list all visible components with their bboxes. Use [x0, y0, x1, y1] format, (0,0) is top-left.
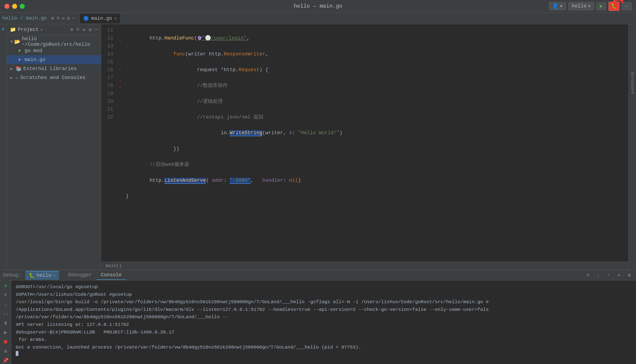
structure-panel-label[interactable]: Structure — [628, 69, 636, 96]
line-num-16: 16 — [101, 66, 113, 74]
sidebar-header: 📁 Project ▾ ⊕ ≡ ⇌ ⚙ — — [7, 24, 101, 36]
debug-tool-lines-icon[interactable]: ≡ — [584, 272, 591, 279]
console-resume-icon[interactable]: ▶ — [2, 329, 10, 336]
go-file-tab-icon: 🔵 — [83, 16, 89, 21]
debug-tool-x-icon[interactable]: ✕ — [615, 272, 622, 279]
structure-icon[interactable]: ≡ — [56, 16, 59, 21]
gutter-19 — [117, 72, 124, 78]
console-pause-icon[interactable]: ⏸ — [2, 320, 10, 326]
console-cursor-line[interactable] — [16, 351, 631, 356]
project-panel-icon[interactable]: P — [0, 26, 7, 33]
project-title: 📁 Project ▾ — [10, 27, 67, 33]
code-line-20: http.ListenAndServe( addr: ":8080", hand… — [124, 176, 628, 184]
navigate-icon[interactable]: ⊕ — [51, 15, 54, 21]
debug-toolbar: ≡ ↓ ↑ ✕ ⊞ — [584, 272, 633, 279]
console-stop-icon[interactable]: ⏹ — [2, 339, 10, 345]
console-pin-icon[interactable]: 📌 — [2, 357, 10, 364]
maximize-button[interactable] — [20, 4, 25, 9]
titlebar: hello — main.go 👤 ▾ hello ▾ ▶ 🐛 — [0, 0, 636, 12]
debug-tabbar: Debug: 🐛 hello ✕ Debugger Console ≡ — [0, 270, 636, 280]
hello-folder[interactable]: ▼ 📂 hello ~/Code/goRoot/src/hello — [7, 37, 101, 46]
main-go-tab[interactable]: 🔵 main.go ✕ — [80, 14, 120, 23]
line-num-14: 14 — [101, 50, 113, 58]
console-line-5: /private/var/folders/vw/8b40gy510ns561k2… — [16, 313, 631, 321]
go-mod-file[interactable]: ● go.mod — [7, 46, 101, 55]
code-editor: 11 12 13 14 15 16 17 18 19 20 21 22 — [101, 24, 628, 270]
run-config-dropdown-icon: ▾ — [588, 3, 591, 9]
user-icon: 👤 — [552, 3, 558, 9]
debugger-tab[interactable]: Debugger — [64, 271, 96, 280]
console-line-2: GOPATH=/Users/lishuo/Code/goRoot #gosetu… — [16, 291, 631, 298]
debug-button[interactable]: 🐛 — [608, 2, 619, 11]
debugger-tab-label: Debugger — [68, 272, 92, 278]
folder-arrow-icon: ▼ — [10, 40, 13, 44]
close-button[interactable] — [5, 4, 10, 9]
file-tree: ▼ 📂 hello ~/Code/goRoot/src/hello ● go.m… — [7, 36, 101, 270]
user-icon-button[interactable]: 👤 ▾ — [549, 2, 566, 10]
console-settings-icon[interactable]: ⚙ — [2, 348, 10, 354]
scratches-and-consoles[interactable]: ▶ ✏ Scratches and Consoles — [7, 73, 101, 82]
gutter-14 — [117, 44, 124, 50]
console-area: ↺ ≡ ↓ ↓↓ ⏸ ▶ ⏹ ⚙ 📌 GOROOT=/usr/local/go … — [0, 280, 636, 364]
sidebar-locate-icon[interactable]: ⊕ — [70, 27, 73, 33]
line-num-21: 21 — [101, 106, 113, 113]
gutter-21[interactable]: ⬦ — [117, 84, 124, 90]
code-content[interactable]: http.HandleFunc(🔮"⚪/user/login", func(wr… — [124, 24, 628, 262]
run-button[interactable]: ▶ — [596, 2, 606, 10]
console-tab[interactable]: Console — [96, 271, 126, 280]
debug-tab-close[interactable]: ✕ — [53, 273, 56, 278]
gutter-20[interactable]: ⬦ — [117, 78, 124, 84]
go-file-icon: ● — [18, 57, 21, 62]
gutter-18[interactable]: ⬦ — [117, 67, 124, 72]
run-config-label: hello — [572, 3, 586, 9]
line-num-13: 13 — [101, 42, 113, 50]
go-mod-label: go.mod — [25, 48, 42, 54]
project-sidebar: 📁 Project ▾ ⊕ ≡ ⇌ ⚙ — ▼ 📂 — [7, 24, 101, 270]
code-line-12: func(writer http.ResponseWriter, — [124, 50, 628, 58]
minimize-button[interactable] — [12, 4, 17, 9]
library-icon: 📚 — [16, 66, 22, 72]
external-libraries[interactable]: ▶ 📚 External Libraries — [7, 64, 101, 73]
run-config-button[interactable]: hello ▾ — [568, 2, 594, 10]
console-restart-icon[interactable]: ↺ — [2, 282, 10, 289]
sidebar-close-icon[interactable]: — — [95, 27, 98, 33]
debug-tool-up-icon[interactable]: ↑ — [605, 272, 612, 279]
line-num-19: 19 — [101, 90, 113, 98]
console-line-4: /Applications/GoLand.app/Contents/plugin… — [16, 306, 631, 314]
settings-icon[interactable]: ⚙ — [67, 15, 70, 21]
main-go-label: main.go — [25, 57, 45, 62]
debug-tool-down-icon[interactable]: ↓ — [595, 272, 602, 279]
project-dropdown-icon[interactable]: ▾ — [40, 28, 43, 32]
hello-folder-label: hello ~/Code/goRoot/src/hello — [22, 36, 101, 47]
traffic-lights — [5, 4, 25, 9]
console-line-8: for arm64. — [16, 336, 631, 344]
line-numbers: 11 12 13 14 15 16 17 18 19 20 21 22 — [101, 24, 117, 262]
gutter-15 — [117, 49, 124, 55]
console-step-over-icon[interactable]: ↓ — [2, 301, 10, 308]
debug-hello-tab[interactable]: 🐛 hello ✕ — [25, 271, 59, 280]
code-line-21: } — [124, 192, 628, 200]
sidebar-settings-icon[interactable]: ⚙ — [89, 27, 92, 33]
console-step-into-icon[interactable]: ↓↓ — [2, 310, 10, 317]
collapse-icon[interactable]: — — [72, 16, 75, 21]
folder-icon: 📁 — [10, 27, 16, 33]
tab-close-button[interactable]: ✕ — [114, 16, 117, 21]
console-lines-icon[interactable]: ≡ — [2, 292, 10, 298]
gutter-13[interactable]: ⬦ — [117, 38, 124, 44]
sidebar-expand-icon[interactable]: ⇌ — [83, 27, 85, 33]
console-line-1: GOROOT=/usr/local/go #gosetup — [16, 283, 631, 291]
code-line-16: //restapi json/xml 返回 — [124, 113, 628, 121]
gutter-11 — [117, 26, 124, 32]
main-go-file[interactable]: ● main.go — [7, 55, 101, 64]
debug-tool-grid-icon[interactable]: ⊞ — [626, 272, 633, 279]
sidebar-collapse-icon[interactable]: ≡ — [76, 27, 79, 33]
debug-panel: Debug: 🐛 hello ✕ Debugger Console ≡ — [0, 270, 636, 364]
debug-label: Debug: — [3, 272, 21, 278]
gutter-17 — [117, 61, 124, 67]
code-line-14: //数据库操作 — [124, 82, 628, 90]
diff-icon[interactable]: ⇌ — [62, 15, 65, 21]
folder-open-icon: 📂 — [14, 39, 20, 45]
code-line-22 — [124, 208, 628, 216]
more-icon: ⋯ — [625, 3, 628, 9]
right-panels: Structure — [628, 24, 636, 270]
